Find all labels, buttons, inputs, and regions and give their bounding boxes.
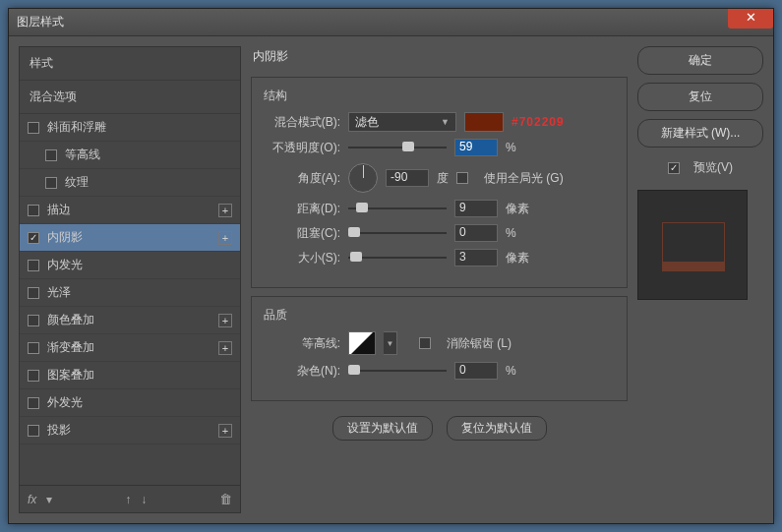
anti-alias-checkbox[interactable] — [419, 337, 431, 349]
style-item-8[interactable]: 渐变叠加+ — [20, 334, 240, 362]
color-annotation: #702209 — [511, 115, 565, 129]
style-checkbox[interactable] — [28, 425, 39, 437]
noise-label: 杂色(N): — [264, 363, 340, 380]
contour-picker[interactable] — [348, 331, 376, 355]
color-swatch[interactable] — [464, 112, 504, 132]
preview-shape-icon — [662, 262, 725, 271]
preview-label: 预览(V) — [693, 159, 733, 176]
style-item-0[interactable]: 斜面和浮雕 — [20, 114, 240, 142]
angle-label: 角度(A): — [264, 170, 340, 187]
style-checkbox[interactable] — [28, 342, 39, 354]
distance-unit: 像素 — [506, 201, 529, 217]
cancel-button[interactable]: 复位 — [637, 83, 763, 111]
preview-box — [637, 190, 748, 300]
style-list: 样式 混合选项 斜面和浮雕等高线纹理描边+内阴影+内发光光泽颜色叠加+渐变叠加+… — [20, 47, 240, 485]
angle-input[interactable]: -90 — [386, 169, 429, 187]
global-light-checkbox[interactable] — [456, 172, 468, 184]
style-item-label: 内阴影 — [47, 229, 83, 246]
style-item-label: 光泽 — [47, 284, 71, 301]
style-item-11[interactable]: 投影+ — [20, 417, 240, 444]
distance-slider[interactable] — [348, 202, 447, 215]
style-item-3[interactable]: 描边+ — [20, 197, 240, 224]
angle-dial[interactable] — [348, 163, 378, 193]
style-item-9[interactable]: 图案叠加 — [20, 362, 240, 389]
size-slider[interactable] — [348, 251, 447, 265]
chevron-down-icon: ▼ — [441, 117, 450, 127]
style-checkbox[interactable] — [28, 287, 39, 299]
style-checkbox[interactable] — [45, 177, 57, 189]
close-button[interactable]: ✕ — [728, 9, 773, 29]
fx-menu[interactable]: fx — [28, 493, 36, 506]
blend-options-header[interactable]: 混合选项 — [20, 81, 240, 114]
opacity-label: 不透明度(O): — [264, 140, 340, 156]
add-effect-icon[interactable]: + — [218, 314, 232, 327]
style-checkbox[interactable] — [28, 370, 39, 382]
style-checkbox[interactable] — [28, 122, 39, 134]
style-checkbox[interactable] — [28, 315, 39, 326]
style-item-label: 图案叠加 — [47, 367, 94, 384]
action-panel: 确定 复位 新建样式 (W)... 预览(V) — [637, 46, 763, 513]
distance-label: 距离(D): — [264, 201, 340, 217]
noise-slider[interactable] — [348, 364, 447, 378]
style-item-label: 内发光 — [47, 257, 83, 273]
trash-icon[interactable]: 🗑 — [219, 492, 232, 506]
preview-checkbox[interactable] — [668, 162, 680, 174]
choke-slider[interactable] — [348, 226, 447, 240]
quality-title: 品质 — [264, 307, 615, 324]
blend-mode-select[interactable]: 滤色 ▼ — [348, 112, 456, 132]
style-item-label: 外发光 — [47, 394, 83, 411]
choke-unit: % — [506, 226, 516, 240]
style-item-label: 纹理 — [65, 174, 89, 191]
style-checkbox[interactable] — [45, 149, 57, 161]
style-item-6[interactable]: 光泽 — [20, 279, 240, 307]
blend-mode-value: 滤色 — [355, 114, 379, 131]
noise-unit: % — [506, 364, 516, 378]
contour-label: 等高线: — [264, 335, 340, 352]
style-item-4[interactable]: 内阴影+ — [20, 224, 240, 252]
style-list-panel: 样式 混合选项 斜面和浮雕等高线纹理描边+内阴影+内发光光泽颜色叠加+渐变叠加+… — [19, 46, 241, 513]
style-item-7[interactable]: 颜色叠加+ — [20, 307, 240, 334]
style-item-10[interactable]: 外发光 — [20, 389, 240, 417]
styles-header[interactable]: 样式 — [20, 47, 240, 81]
make-default-button[interactable]: 设置为默认值 — [332, 416, 433, 441]
fx-chevron-icon[interactable]: ▾ — [46, 493, 52, 506]
choke-input[interactable]: 0 — [454, 224, 498, 242]
style-item-1[interactable]: 等高线 — [20, 142, 240, 169]
opacity-input[interactable]: 59 — [454, 139, 498, 156]
list-footer: fx ▾ ↑ ↓ 🗑 — [20, 485, 240, 512]
style-checkbox[interactable] — [28, 260, 39, 271]
noise-input[interactable]: 0 — [454, 362, 498, 380]
opacity-slider[interactable] — [348, 141, 447, 154]
style-checkbox[interactable] — [28, 397, 39, 409]
distance-input[interactable]: 9 — [454, 200, 498, 217]
structure-group: 结构 混合模式(B): 滤色 ▼ #702209 不透明度(O): 59 % — [251, 77, 628, 288]
move-down-icon[interactable]: ↓ — [141, 493, 147, 506]
style-item-label: 投影 — [47, 422, 71, 439]
quality-group: 品质 等高线: ▼ 消除锯齿 (L) 杂色(N): 0 % — [251, 296, 628, 401]
add-effect-icon[interactable]: + — [218, 341, 232, 355]
add-effect-icon[interactable]: + — [218, 231, 232, 245]
style-checkbox[interactable] — [28, 232, 39, 244]
new-style-button[interactable]: 新建样式 (W)... — [637, 119, 763, 148]
style-item-label: 等高线 — [65, 147, 100, 163]
structure-title: 结构 — [264, 88, 615, 104]
reset-default-button[interactable]: 复位为默认值 — [447, 416, 547, 441]
ok-button[interactable]: 确定 — [637, 46, 763, 75]
titlebar[interactable]: 图层样式 ✕ — [9, 9, 773, 36]
angle-unit: 度 — [437, 170, 449, 187]
style-checkbox[interactable] — [28, 205, 39, 216]
preview-shape-icon — [662, 222, 725, 262]
window-title: 图层样式 — [13, 14, 64, 30]
add-effect-icon[interactable]: + — [218, 204, 232, 217]
size-unit: 像素 — [506, 250, 529, 266]
style-item-label: 颜色叠加 — [47, 312, 94, 328]
layer-style-dialog: 图层样式 ✕ 样式 混合选项 斜面和浮雕等高线纹理描边+内阴影+内发光光泽颜色叠… — [8, 8, 774, 524]
size-input[interactable]: 3 — [454, 249, 498, 266]
blend-mode-label: 混合模式(B): — [264, 114, 340, 131]
style-item-5[interactable]: 内发光 — [20, 252, 240, 279]
global-light-label: 使用全局光 (G) — [484, 170, 564, 187]
style-item-2[interactable]: 纹理 — [20, 169, 240, 197]
add-effect-icon[interactable]: + — [218, 424, 232, 438]
contour-dropdown[interactable]: ▼ — [384, 331, 397, 355]
move-up-icon[interactable]: ↑ — [125, 493, 131, 506]
